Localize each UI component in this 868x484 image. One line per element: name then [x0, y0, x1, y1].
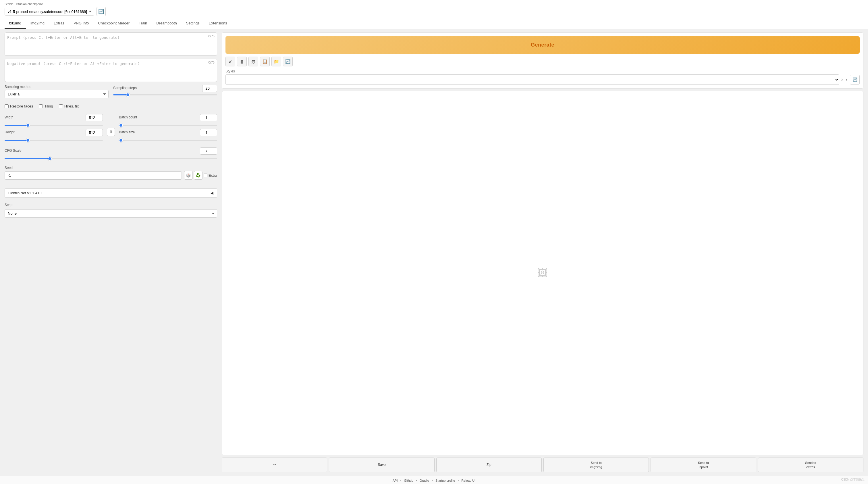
cfg-slider[interactable]: [5, 158, 217, 159]
footer-api-link[interactable]: API: [393, 479, 398, 482]
steps-slider[interactable]: [113, 94, 217, 95]
right-top-group: Generate ↙ 🗑 🖼 📋 📁 🔄 Styles × ▼: [222, 32, 863, 88]
footer-gradio-link[interactable]: Gradio: [420, 479, 429, 482]
batch-count-slider[interactable]: [119, 125, 217, 126]
styles-select-row: × ▼ 🔄: [225, 75, 860, 85]
paste-result-btn[interactable]: ↙: [225, 57, 235, 66]
footer-startup-link[interactable]: Startup profile: [435, 479, 455, 482]
checkpoint-select[interactable]: v1-5-pruned-emaonly.safetensors [6ce0161…: [5, 8, 94, 16]
tab-train[interactable]: Train: [134, 18, 152, 29]
styles-dropdown-icon[interactable]: ▼: [845, 78, 848, 81]
styles-apply-btn[interactable]: 🔄: [850, 75, 860, 85]
batch-count-group: Batch count: [119, 114, 217, 127]
trash-btn[interactable]: 🗑: [237, 57, 247, 66]
tab-png-info[interactable]: PNG Info: [69, 18, 93, 29]
top-bar: Stable Diffusion checkpoint v1-5-pruned-…: [0, 0, 868, 18]
seed-icons: 🎲 ♻️ Extra: [184, 171, 217, 180]
watermark: CSDN @不闻先生: [841, 478, 865, 482]
tab-dreambooth[interactable]: Dreambooth: [152, 18, 182, 29]
seed-label: Seed: [5, 166, 217, 170]
script-label: Script: [5, 203, 217, 207]
tab-txt2img[interactable]: txt2img: [5, 18, 26, 29]
steps-row: Sampling steps: [113, 85, 217, 92]
batch-size-input[interactable]: [200, 129, 217, 136]
prompt-input[interactable]: [7, 35, 215, 52]
styles-label: Styles: [225, 69, 860, 73]
steps-value-input[interactable]: [202, 85, 217, 92]
batch-col: Batch count Batch size: [119, 114, 217, 142]
seed-row: 🎲 ♻️ Extra: [5, 171, 217, 180]
prompt-box: 0/75: [5, 32, 217, 56]
batch-count-input[interactable]: [200, 114, 217, 121]
batch-size-slider[interactable]: [119, 140, 217, 141]
tab-settings[interactable]: Settings: [182, 18, 204, 29]
styles-group: Styles × ▼ 🔄: [225, 69, 860, 85]
checkpoint-label: Stable Diffusion checkpoint: [5, 2, 863, 6]
image-canvas: 🖼: [222, 91, 863, 455]
cfg-input[interactable]: [200, 147, 217, 154]
action-icons-row: ↙ 🗑 🖼 📋 📁 🔄: [225, 57, 860, 66]
width-input[interactable]: [86, 114, 103, 121]
restore-faces-checkbox[interactable]: Restore faces: [5, 104, 33, 108]
height-slider[interactable]: [5, 140, 103, 141]
width-slider[interactable]: [5, 125, 103, 126]
width-label: Width: [5, 115, 13, 119]
swap-dimensions-btn[interactable]: ⇅: [107, 128, 115, 136]
height-input[interactable]: [86, 129, 103, 136]
copy-btn[interactable]: 📋: [260, 57, 270, 66]
folder-btn[interactable]: 📁: [272, 57, 281, 66]
checkboxes-row: Restore faces Tiling Hires. fix: [5, 104, 217, 108]
negative-prompt-input[interactable]: [7, 61, 215, 79]
generate-button[interactable]: Generate: [225, 36, 860, 54]
sampling-method-label: Sampling method: [5, 85, 108, 89]
height-group: Height: [5, 129, 103, 142]
tab-extras[interactable]: Extras: [49, 18, 69, 29]
tab-img2img[interactable]: img2img: [26, 18, 49, 29]
zip-btn[interactable]: Zip: [436, 458, 542, 472]
size-batch-grid: Width Height ⇅: [5, 114, 217, 142]
checkpoint-row: v1-5-pruned-emaonly.safetensors [6ce0161…: [5, 7, 863, 16]
footer-github-link[interactable]: Github: [404, 479, 413, 482]
batch-size-group: Batch size: [119, 129, 217, 142]
save-btn[interactable]: Save: [329, 458, 434, 472]
sampling-steps-label: Sampling steps: [113, 86, 200, 90]
controlnet-bar[interactable]: ControlNet v1.1.410 ◀: [5, 188, 217, 198]
footer-reload-link[interactable]: Reload UI: [461, 479, 475, 482]
negative-token-count: 0/75: [209, 61, 215, 64]
canvas-placeholder-icon: 🖼: [537, 267, 548, 279]
refresh-styles-btn[interactable]: 🔄: [283, 57, 293, 66]
left-panel: 0/75 0/75 Sampling method Euler aEulerLM…: [5, 32, 217, 472]
batch-count-label: Batch count: [119, 115, 137, 119]
negative-prompt-box: 0/75: [5, 59, 217, 82]
seed-group: Seed 🎲 ♻️ Extra: [5, 166, 217, 182]
styles-clear-icon[interactable]: ×: [841, 77, 843, 82]
refresh-checkpoint-btn[interactable]: 🔄: [96, 7, 106, 16]
footer: API • Github • Gradio • Startup profile …: [0, 476, 868, 484]
send-inpaint-btn[interactable]: Send toinpaint: [651, 458, 756, 472]
seed-recycle-btn[interactable]: ♻️: [194, 171, 203, 180]
tabs-bar: txt2img img2img Extras PNG Info Checkpoi…: [0, 18, 868, 29]
width-height-col: Width Height: [5, 114, 103, 142]
tab-checkpoint-merger[interactable]: Checkpoint Merger: [93, 18, 134, 29]
styles-select[interactable]: [225, 75, 839, 85]
tab-extensions[interactable]: Extensions: [204, 18, 232, 29]
sampling-method-select[interactable]: Euler aEulerLMSHeunDPM2DPM2 aDPM++ 2S aD…: [5, 90, 108, 98]
controlnet-label: ControlNet v1.1.410: [8, 191, 42, 195]
back-btn[interactable]: ↩: [222, 458, 327, 472]
send-extras-btn[interactable]: Send toextras: [758, 458, 863, 472]
prompt-token-count: 0/75: [209, 34, 215, 38]
seed-input[interactable]: [5, 171, 182, 180]
script-group: Script None: [5, 203, 217, 218]
sampling-row: Sampling method Euler aEulerLMSHeunDPM2D…: [5, 85, 217, 98]
tiling-checkbox[interactable]: Tiling: [39, 104, 53, 108]
batch-size-label: Batch size: [119, 130, 135, 134]
main-content: 0/75 0/75 Sampling method Euler aEulerLM…: [0, 29, 868, 476]
script-select[interactable]: None: [5, 209, 217, 218]
right-panel: Generate ↙ 🗑 🖼 📋 📁 🔄 Styles × ▼: [222, 32, 863, 472]
seed-dice-btn[interactable]: 🎲: [184, 171, 193, 180]
sampling-method-group: Sampling method Euler aEulerLMSHeunDPM2D…: [5, 85, 108, 98]
hires-fix-checkbox[interactable]: Hires. fix: [59, 104, 79, 108]
send-img2img-btn[interactable]: Send toimg2img: [544, 458, 649, 472]
image-view-btn[interactable]: 🖼: [248, 57, 258, 66]
extra-checkbox[interactable]: Extra: [204, 173, 217, 178]
